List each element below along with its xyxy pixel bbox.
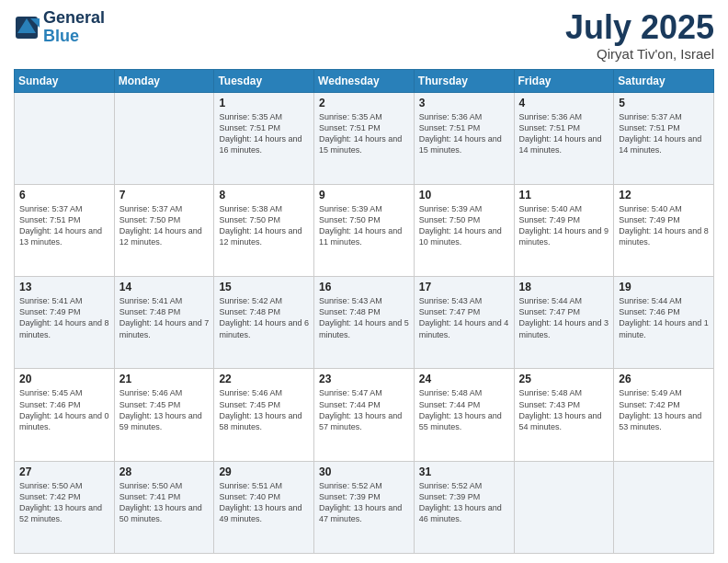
day-info: Sunrise: 5:42 AM Sunset: 7:48 PM Dayligh… <box>219 295 309 340</box>
day-number: 5 <box>619 97 709 109</box>
calendar-cell: 11 Sunrise: 5:40 AM Sunset: 7:49 PM Dayl… <box>514 184 614 276</box>
calendar: SundayMondayTuesdayWednesdayThursdayFrid… <box>14 69 714 554</box>
day-number: 13 <box>19 281 109 293</box>
calendar-cell: 13 Sunrise: 5:41 AM Sunset: 7:49 PM Dayl… <box>15 277 115 369</box>
day-info: Sunrise: 5:39 AM Sunset: 7:50 PM Dayligh… <box>319 203 409 248</box>
title-area: July 2025 Qiryat Tiv'on, Israel <box>565 9 714 62</box>
day-info: Sunrise: 5:49 AM Sunset: 7:42 PM Dayligh… <box>619 387 709 432</box>
day-info: Sunrise: 5:44 AM Sunset: 7:46 PM Dayligh… <box>619 295 709 340</box>
day-number: 11 <box>519 189 609 201</box>
page: General Blue July 2025 Qiryat Tiv'on, Is… <box>0 0 728 563</box>
day-info: Sunrise: 5:50 AM Sunset: 7:41 PM Dayligh… <box>119 480 210 525</box>
calendar-week-row: 20 Sunrise: 5:45 AM Sunset: 7:46 PM Dayl… <box>15 369 714 461</box>
day-info: Sunrise: 5:45 AM Sunset: 7:46 PM Dayligh… <box>19 387 109 432</box>
header-row: SundayMondayTuesdayWednesdayThursdayFrid… <box>15 69 714 92</box>
day-number: 24 <box>419 373 509 385</box>
day-info: Sunrise: 5:40 AM Sunset: 7:49 PM Dayligh… <box>519 203 609 248</box>
day-info: Sunrise: 5:41 AM Sunset: 7:49 PM Dayligh… <box>19 295 109 340</box>
day-number: 20 <box>19 373 109 385</box>
day-number: 22 <box>219 373 309 385</box>
day-info: Sunrise: 5:43 AM Sunset: 7:47 PM Dayligh… <box>419 295 509 340</box>
day-number: 14 <box>119 281 210 293</box>
day-number: 26 <box>619 373 709 385</box>
calendar-cell: 16 Sunrise: 5:43 AM Sunset: 7:48 PM Dayl… <box>314 277 415 369</box>
day-info: Sunrise: 5:38 AM Sunset: 7:50 PM Dayligh… <box>219 203 309 248</box>
calendar-cell: 15 Sunrise: 5:42 AM Sunset: 7:48 PM Dayl… <box>214 277 314 369</box>
day-number: 1 <box>219 97 309 109</box>
calendar-cell <box>514 461 614 553</box>
day-info: Sunrise: 5:48 AM Sunset: 7:44 PM Dayligh… <box>419 387 509 432</box>
header: General Blue July 2025 Qiryat Tiv'on, Is… <box>14 9 714 62</box>
day-number: 10 <box>419 189 509 201</box>
logo-text: General Blue <box>43 9 105 46</box>
calendar-cell: 8 Sunrise: 5:38 AM Sunset: 7:50 PM Dayli… <box>214 184 314 276</box>
day-info: Sunrise: 5:40 AM Sunset: 7:49 PM Dayligh… <box>619 203 709 248</box>
day-number: 25 <box>519 373 609 385</box>
day-info: Sunrise: 5:37 AM Sunset: 7:51 PM Dayligh… <box>619 111 709 156</box>
calendar-cell: 10 Sunrise: 5:39 AM Sunset: 7:50 PM Dayl… <box>414 184 514 276</box>
weekday-header: Wednesday <box>314 69 415 92</box>
day-info: Sunrise: 5:52 AM Sunset: 7:39 PM Dayligh… <box>419 480 509 525</box>
day-info: Sunrise: 5:47 AM Sunset: 7:44 PM Dayligh… <box>319 387 409 432</box>
calendar-cell: 31 Sunrise: 5:52 AM Sunset: 7:39 PM Dayl… <box>414 461 514 553</box>
calendar-cell: 22 Sunrise: 5:46 AM Sunset: 7:45 PM Dayl… <box>214 369 314 461</box>
calendar-cell: 7 Sunrise: 5:37 AM Sunset: 7:50 PM Dayli… <box>114 184 214 276</box>
calendar-cell: 20 Sunrise: 5:45 AM Sunset: 7:46 PM Dayl… <box>15 369 115 461</box>
day-number: 30 <box>319 465 409 478</box>
location: Qiryat Tiv'on, Israel <box>565 46 714 62</box>
day-info: Sunrise: 5:36 AM Sunset: 7:51 PM Dayligh… <box>419 111 509 156</box>
calendar-cell: 23 Sunrise: 5:47 AM Sunset: 7:44 PM Dayl… <box>314 369 415 461</box>
day-info: Sunrise: 5:37 AM Sunset: 7:50 PM Dayligh… <box>119 203 210 248</box>
weekday-header: Saturday <box>614 69 714 92</box>
day-info: Sunrise: 5:41 AM Sunset: 7:48 PM Dayligh… <box>119 295 210 340</box>
calendar-cell <box>614 461 714 553</box>
day-number: 7 <box>119 189 210 201</box>
day-number: 28 <box>119 465 210 478</box>
calendar-cell: 9 Sunrise: 5:39 AM Sunset: 7:50 PM Dayli… <box>314 184 415 276</box>
day-number: 3 <box>419 97 509 109</box>
day-info: Sunrise: 5:46 AM Sunset: 7:45 PM Dayligh… <box>119 387 210 432</box>
day-number: 17 <box>419 281 509 293</box>
day-info: Sunrise: 5:35 AM Sunset: 7:51 PM Dayligh… <box>219 111 309 156</box>
weekday-header: Sunday <box>15 69 115 92</box>
day-info: Sunrise: 5:50 AM Sunset: 7:42 PM Dayligh… <box>19 480 109 525</box>
weekday-header: Friday <box>514 69 614 92</box>
day-number: 8 <box>219 189 309 201</box>
day-number: 2 <box>319 97 409 109</box>
calendar-cell <box>114 92 214 184</box>
weekday-header: Thursday <box>414 69 514 92</box>
logo-line2: Blue <box>43 27 79 45</box>
calendar-week-row: 6 Sunrise: 5:37 AM Sunset: 7:51 PM Dayli… <box>15 184 714 276</box>
day-number: 9 <box>319 189 409 201</box>
day-info: Sunrise: 5:39 AM Sunset: 7:50 PM Dayligh… <box>419 203 509 248</box>
calendar-cell: 28 Sunrise: 5:50 AM Sunset: 7:41 PM Dayl… <box>114 461 214 553</box>
day-info: Sunrise: 5:36 AM Sunset: 7:51 PM Dayligh… <box>519 111 609 156</box>
calendar-cell: 19 Sunrise: 5:44 AM Sunset: 7:46 PM Dayl… <box>614 277 714 369</box>
calendar-cell: 29 Sunrise: 5:51 AM Sunset: 7:40 PM Dayl… <box>214 461 314 553</box>
calendar-week-row: 1 Sunrise: 5:35 AM Sunset: 7:51 PM Dayli… <box>15 92 714 184</box>
day-info: Sunrise: 5:35 AM Sunset: 7:51 PM Dayligh… <box>319 111 409 156</box>
calendar-cell: 12 Sunrise: 5:40 AM Sunset: 7:49 PM Dayl… <box>614 184 714 276</box>
day-info: Sunrise: 5:46 AM Sunset: 7:45 PM Dayligh… <box>219 387 309 432</box>
day-number: 27 <box>19 465 109 478</box>
calendar-cell: 3 Sunrise: 5:36 AM Sunset: 7:51 PM Dayli… <box>414 92 514 184</box>
day-number: 29 <box>219 465 309 478</box>
calendar-cell: 1 Sunrise: 5:35 AM Sunset: 7:51 PM Dayli… <box>214 92 314 184</box>
day-number: 31 <box>419 465 509 478</box>
calendar-cell: 4 Sunrise: 5:36 AM Sunset: 7:51 PM Dayli… <box>514 92 614 184</box>
day-number: 15 <box>219 281 309 293</box>
calendar-cell: 17 Sunrise: 5:43 AM Sunset: 7:47 PM Dayl… <box>414 277 514 369</box>
calendar-cell <box>15 92 115 184</box>
day-info: Sunrise: 5:52 AM Sunset: 7:39 PM Dayligh… <box>319 480 409 525</box>
calendar-cell: 5 Sunrise: 5:37 AM Sunset: 7:51 PM Dayli… <box>614 92 714 184</box>
calendar-week-row: 13 Sunrise: 5:41 AM Sunset: 7:49 PM Dayl… <box>15 277 714 369</box>
day-number: 18 <box>519 281 609 293</box>
calendar-cell: 18 Sunrise: 5:44 AM Sunset: 7:47 PM Dayl… <box>514 277 614 369</box>
weekday-header: Monday <box>114 69 214 92</box>
day-info: Sunrise: 5:43 AM Sunset: 7:48 PM Dayligh… <box>319 295 409 340</box>
calendar-cell: 24 Sunrise: 5:48 AM Sunset: 7:44 PM Dayl… <box>414 369 514 461</box>
calendar-cell: 21 Sunrise: 5:46 AM Sunset: 7:45 PM Dayl… <box>114 369 214 461</box>
logo: General Blue <box>14 9 105 46</box>
logo-line1: General <box>43 9 105 28</box>
day-info: Sunrise: 5:44 AM Sunset: 7:47 PM Dayligh… <box>519 295 609 340</box>
